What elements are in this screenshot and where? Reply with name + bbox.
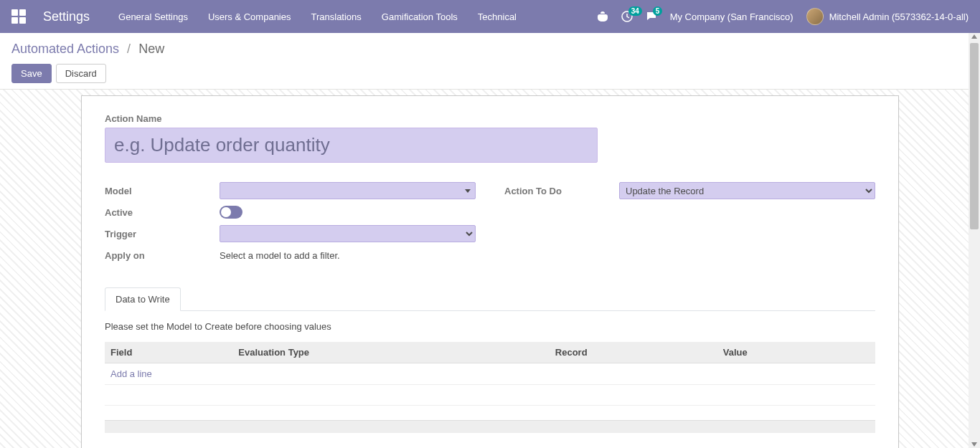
- col-record[interactable]: Record: [550, 342, 717, 363]
- tab-hint: Please set the Model to Create before ch…: [105, 321, 875, 332]
- chevron-down-icon: [465, 189, 471, 193]
- tabs: Data to Write: [105, 287, 875, 311]
- apps-icon[interactable]: [11, 9, 26, 24]
- menu-technical[interactable]: Technical: [478, 11, 517, 22]
- scrollbar[interactable]: [969, 33, 980, 448]
- table-row: Add a line: [105, 363, 875, 385]
- discard-button[interactable]: Discard: [56, 64, 106, 83]
- app-title: Settings: [43, 9, 90, 24]
- save-button[interactable]: Save: [11, 64, 52, 83]
- bottom-spacer: [105, 420, 875, 433]
- messages-badge: 5: [653, 6, 663, 16]
- tab-data-to-write[interactable]: Data to Write: [105, 287, 181, 311]
- activities-icon[interactable]: 34: [621, 11, 633, 22]
- active-toggle[interactable]: [220, 206, 242, 219]
- form-view: Action Name Model Active: [0, 90, 980, 448]
- col-field[interactable]: Field: [105, 342, 232, 363]
- breadcrumb-separator: /: [127, 42, 131, 56]
- activities-badge: 34: [628, 6, 642, 16]
- active-label: Active: [105, 207, 220, 218]
- navbar-right: 34 5 My Company (San Francisco) Mitchell…: [597, 8, 969, 25]
- apply-on-label: Apply on: [105, 250, 220, 261]
- model-label: Model: [105, 186, 220, 196]
- messages-icon[interactable]: 5: [646, 11, 657, 22]
- col-eval-type[interactable]: Evaluation Type: [232, 342, 549, 363]
- navbar: Settings General Settings Users & Compan…: [0, 0, 980, 33]
- menu-translations[interactable]: Translations: [311, 11, 362, 22]
- company-selector[interactable]: My Company (San Francisco): [670, 11, 793, 22]
- trigger-label: Trigger: [105, 229, 220, 239]
- add-line-link[interactable]: Add a line: [110, 368, 152, 379]
- bug-icon[interactable]: [597, 11, 608, 22]
- breadcrumb-root[interactable]: Automated Actions: [11, 42, 119, 56]
- button-row: Save Discard: [11, 64, 969, 83]
- menu-users-companies[interactable]: Users & Companies: [208, 11, 291, 22]
- col-actions: [855, 342, 875, 363]
- trigger-select[interactable]: [220, 225, 476, 242]
- user-menu[interactable]: Mitchell Admin (5573362-14-0-all): [806, 8, 969, 25]
- menu-gamification-tools[interactable]: Gamification Tools: [382, 11, 458, 22]
- action-name-input[interactable]: [105, 128, 598, 163]
- apply-on-note: Select a model to add a filter.: [220, 250, 340, 261]
- menu-general-settings[interactable]: General Settings: [118, 11, 188, 22]
- navbar-menu: General Settings Users & Companies Trans…: [118, 11, 597, 22]
- user-name: Mitchell Admin (5573362-14-0-all): [829, 11, 969, 22]
- action-name-label: Action Name: [105, 113, 875, 124]
- col-value[interactable]: Value: [717, 342, 855, 363]
- breadcrumb: Automated Actions / New: [11, 42, 969, 57]
- avatar: [806, 8, 824, 25]
- action-to-do-label: Action To Do: [504, 186, 619, 196]
- model-select[interactable]: [220, 182, 476, 199]
- control-panel: Automated Actions / New Save Discard: [0, 33, 980, 90]
- breadcrumb-current: New: [138, 42, 164, 56]
- action-to-do-select[interactable]: Update the Record: [619, 182, 875, 199]
- data-table: Field Evaluation Type Record Value Add a…: [105, 342, 875, 406]
- scrollbar-thumb[interactable]: [970, 43, 979, 229]
- tab-content: Please set the Model to Create before ch…: [105, 311, 875, 433]
- form-sheet: Action Name Model Active: [81, 95, 899, 448]
